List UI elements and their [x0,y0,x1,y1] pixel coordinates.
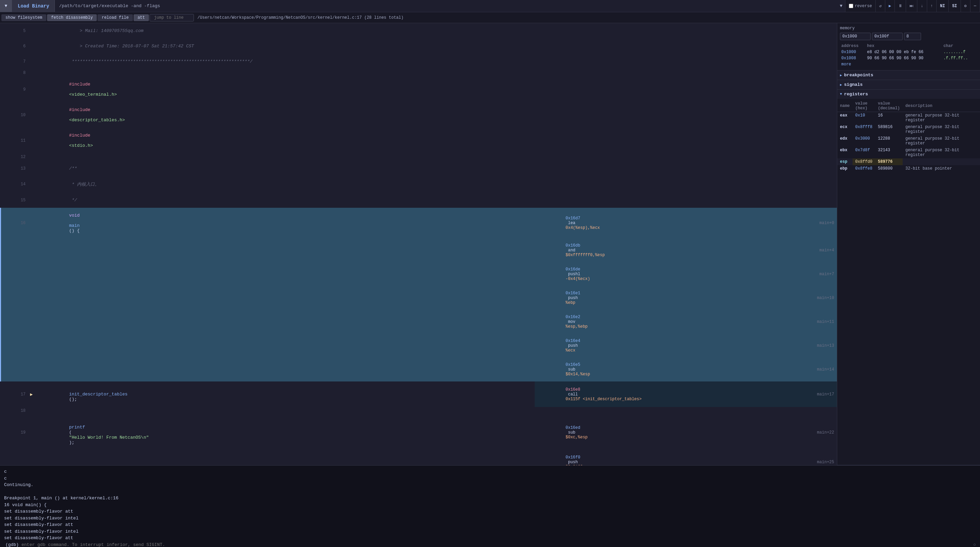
reg-name: ebp [837,165,853,172]
code-content: #include <descriptor_tables.h> [34,102,535,128]
code-text: > Mail: 1409705755qq.com [69,28,143,33]
reg-col-desc: description [903,100,980,112]
reload-file-button[interactable]: reload file [97,14,132,21]
console-line: c [4,468,976,475]
more-options-button[interactable]: ⋯ [970,0,980,12]
line-number [1,310,29,334]
load-binary-button[interactable]: Load Binary [12,0,55,12]
code-text: ); [69,440,75,445]
line-indicator [28,450,34,465]
table-row: 0x16e2 mov %esp,%ebp main+11 [1,310,837,334]
console-panel[interactable]: c c Continuing. Breakpoint 1, main () at… [0,465,980,547]
pause-button[interactable]: ⏸ [895,0,906,12]
path-input[interactable] [55,3,837,8]
table-row: 0x16de pushl -0x4(%ecx) main+7 [1,262,837,286]
disasm-offset [780,69,837,76]
disasm-mnem: sub [566,430,578,435]
console-line: set disassembly-flavor att [4,522,976,528]
disasm-offset: main+11 [780,310,837,334]
reverse-checkbox-wrapper[interactable]: reverse [845,0,875,12]
code-panel[interactable]: 5 > Mail: 1409705755qq.com 6 > Created T… [0,23,837,465]
console-input[interactable] [21,542,972,547]
memory-addr-start-input[interactable] [840,33,870,40]
code-content [34,262,535,286]
disasm-mnem: sub [566,367,578,372]
reverse-checkbox[interactable] [849,4,853,8]
ni-button[interactable]: NI [937,0,949,12]
disasm-content [535,161,780,176]
console-line: 16 void main() { [4,502,976,509]
disasm-ops: $0x2162 [566,464,583,465]
table-row: 0x16db and $0xfffffff0,%esp main+4 [1,239,837,262]
line-indicator [28,334,34,358]
code-text: <stdio.h> [69,143,93,148]
line-indicator [28,415,34,450]
reg-col-dec: value(decimal) [875,100,903,112]
reg-desc: general purpose 32-bit register [903,135,980,147]
line-number: 14 [1,176,29,192]
console-prompt-label: (gdb) [5,542,19,547]
line-number: 11 [1,128,29,153]
line-indicator [28,38,34,54]
reg-dec: 32143 [875,147,903,158]
disasm-offset [780,407,837,415]
code-text: () { [69,228,80,233]
table-row: 8 [1,69,837,76]
si-button[interactable]: SI [949,0,961,12]
jump-to-line-input[interactable] [150,14,194,21]
disasm-content [535,69,780,76]
memory-count-input[interactable] [904,33,921,40]
disasm-mnem: lea [566,221,578,226]
att-flavor-button[interactable]: att [134,14,149,21]
line-number: 10 [1,102,29,128]
code-text: main [69,223,80,228]
line-number: 16 [1,208,29,239]
signals-header[interactable]: ▶ signals [837,80,980,89]
registers-table: name value(hex) value(decimal) descripti… [837,100,980,172]
dropdown-trigger[interactable]: ▼ [0,0,12,12]
code-content [34,239,535,262]
table-row: 12 [1,153,837,161]
table-row: 19 printf ( "Hello World! From NetcanOS\… [1,415,837,450]
step-down-button[interactable]: ↓ [917,0,927,12]
console-line: Breakpoint 1, main () at kernel/kernel.c… [4,495,976,502]
disasm-mnem: mov [566,320,578,324]
disasm-content: 0x16de pushl -0x4(%ecx) [535,262,780,286]
table-row: 10 #include <descriptor_tables.h> [1,102,837,128]
disasm-mnem: call [566,392,580,397]
disasm-content: 0x16d7 lea 0x4(%esp),%ecx [535,208,780,239]
disasm-content [535,38,780,54]
line-number [1,286,29,310]
table-row: eax 0x10 16 general purpose 32-bit regis… [837,112,980,124]
fetch-disassembly-button[interactable]: fetch disassembly [47,14,97,21]
reg-hex: 0x3000 [853,135,875,147]
disasm-offset: main+13 [780,334,837,358]
code-text [69,218,72,223]
restart-button[interactable]: ↺ [876,0,885,12]
breakpoints-header[interactable]: ▶ breakpoints [837,70,980,80]
registers-header[interactable]: ▼ registers [837,89,980,99]
memory-more-button[interactable]: more [840,61,977,67]
memory-addr-end-input[interactable] [872,33,903,40]
line-indicator [28,208,34,239]
disasm-offset [780,192,837,208]
step-up-button[interactable]: ↑ [927,0,937,12]
path-dropdown-icon[interactable]: ▼ [837,2,845,10]
table-row: 5 > Mail: 1409705755qq.com [1,23,837,38]
next-instruction-button[interactable]: ⏭ [906,0,917,12]
signals-collapse-arrow: ▶ [840,83,842,87]
line-indicator [28,153,34,161]
disasm-offset [780,76,837,102]
code-content: void main () { [34,208,535,239]
disasm-addr: 0x16e8 [566,387,580,392]
continue-button[interactable]: ▶ [885,0,895,12]
line-indicator [28,102,34,128]
line-number: 13 [1,161,29,176]
disasm-ops: %ecx [566,348,576,353]
path-input-wrapper: ▼ [55,0,845,12]
mem-col-address: address [840,43,865,49]
show-filesystem-button[interactable]: show filesystem [2,14,46,21]
line-indicator [28,161,34,176]
settings-button[interactable]: ⚙ [961,0,970,12]
reg-desc: general purpose 32-bit register [903,124,980,135]
